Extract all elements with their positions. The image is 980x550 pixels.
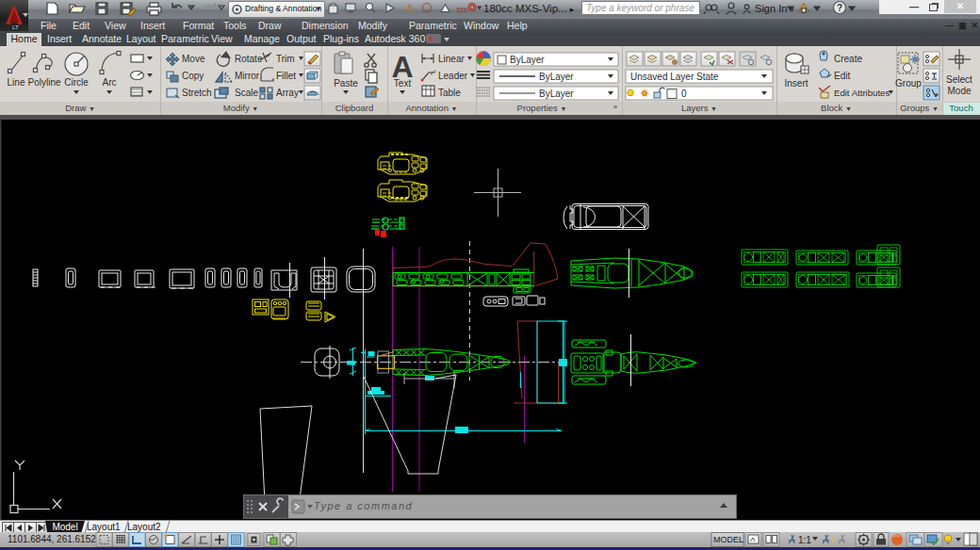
svg-text:Circle: Circle [64, 77, 89, 88]
svg-text:ByLayer: ByLayer [539, 72, 574, 82]
svg-text:Polyline: Polyline [27, 77, 60, 88]
svg-text:Group: Group [895, 78, 922, 89]
svg-text:Scale: Scale [235, 88, 258, 98]
svg-text:Arc: Arc [103, 77, 117, 88]
svg-text:Linear: Linear [438, 54, 465, 64]
svg-text:Mirror: Mirror [235, 71, 260, 81]
svg-text:Fillet: Fillet [276, 71, 296, 81]
svg-text:?: ? [837, 3, 842, 13]
svg-text:Table: Table [438, 88, 461, 98]
svg-text:Copy: Copy [182, 71, 204, 81]
svg-text:Move: Move [182, 54, 205, 64]
svg-text:Edit Attributes: Edit Attributes [834, 88, 890, 98]
svg-text:Create: Create [834, 54, 862, 64]
svg-text:Insert: Insert [784, 78, 808, 89]
svg-text:1:1: 1:1 [798, 535, 811, 545]
svg-text:Line: Line [8, 77, 25, 88]
svg-text:MODEL: MODEL [713, 535, 743, 544]
svg-text:Mode: Mode [947, 86, 971, 96]
svg-text:Leader: Leader [438, 71, 468, 81]
svg-text:Select: Select [946, 74, 972, 85]
svg-text:Text: Text [394, 78, 412, 89]
svg-text:ByLayer: ByLayer [539, 89, 574, 99]
svg-text:Stretch: Stretch [182, 88, 212, 98]
svg-text:Rotate: Rotate [235, 54, 263, 64]
svg-text:Edit: Edit [834, 71, 850, 81]
svg-text:Paste: Paste [334, 78, 358, 89]
svg-text:Trim: Trim [276, 54, 295, 64]
svg-text:ByLayer: ByLayer [510, 55, 545, 65]
svg-text:Array: Array [276, 88, 299, 98]
svg-text:r°: r° [431, 69, 436, 77]
svg-text:Unsaved Layer State: Unsaved Layer State [630, 72, 719, 82]
svg-text:0: 0 [681, 89, 687, 99]
svg-text:LT: LT [12, 24, 19, 30]
